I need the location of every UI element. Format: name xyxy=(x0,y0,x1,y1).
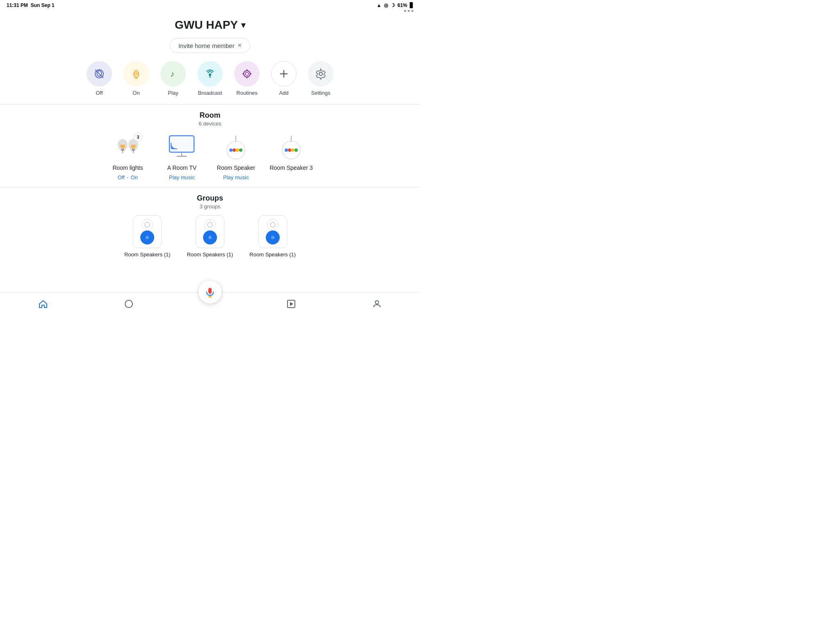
add-icon xyxy=(278,68,290,80)
lights-off-link[interactable]: Off xyxy=(118,174,125,180)
routines-label: Routines xyxy=(236,90,257,96)
broadcast-icon xyxy=(204,68,216,80)
nav-home[interactable] xyxy=(28,296,58,312)
add-label: Add xyxy=(279,90,288,96)
svg-point-38 xyxy=(291,148,294,152)
svg-marker-52 xyxy=(290,302,293,306)
groups-section: Groups 3 groups Room Speakers (1) xyxy=(0,194,420,258)
svg-point-36 xyxy=(285,148,288,152)
group3-small-speaker xyxy=(267,219,278,231)
action-off[interactable]: Off xyxy=(87,61,112,96)
svg-marker-50 xyxy=(127,302,130,306)
nav-account[interactable] xyxy=(362,296,392,312)
speaker3-name: Room Speaker 3 xyxy=(269,164,313,171)
nav-media-btn[interactable] xyxy=(276,296,306,312)
main-speaker2-icon xyxy=(205,233,215,242)
play-icon: ♪ xyxy=(167,68,179,80)
dot3 xyxy=(411,10,413,12)
group-2[interactable]: Room Speakers (1) xyxy=(187,215,233,258)
svg-text:♪: ♪ xyxy=(170,69,174,78)
routines-icon xyxy=(241,68,253,80)
group3-main-speaker xyxy=(266,231,280,244)
settings-icon xyxy=(315,68,326,80)
main-speaker-icon xyxy=(143,233,152,242)
svg-point-42 xyxy=(146,236,149,239)
status-indicators: ▲ ◎ ☽ 61% ▊ xyxy=(377,2,413,8)
lights-name: Room lights xyxy=(113,164,143,171)
tv-icon-container xyxy=(165,132,198,161)
group2-icon xyxy=(196,215,224,248)
tv-play-link[interactable]: Play music xyxy=(169,174,195,180)
tv-svg xyxy=(165,134,198,160)
svg-point-45 xyxy=(208,236,212,239)
settings-label: Settings xyxy=(311,90,331,96)
account-nav-icon xyxy=(372,299,382,309)
play-circle: ♪ xyxy=(160,61,186,87)
mic-icon xyxy=(204,286,216,298)
svg-point-49 xyxy=(125,300,132,308)
invite-container: Invite home member × xyxy=(0,38,420,53)
speaker-play-link[interactable]: Play music xyxy=(223,174,249,180)
explore-nav-icon xyxy=(124,299,134,309)
action-on[interactable]: On xyxy=(123,61,149,96)
battery-icon: ▊ xyxy=(410,2,413,8)
action-add[interactable]: Add xyxy=(271,61,297,96)
svg-point-10 xyxy=(245,72,249,75)
location-icon: ◎ xyxy=(384,2,388,8)
svg-point-33 xyxy=(239,148,242,152)
nav-explore[interactable] xyxy=(114,296,144,312)
settings-circle xyxy=(308,61,333,87)
device-room-speaker3[interactable]: Room Speaker 3 — xyxy=(269,132,313,180)
home-title[interactable]: GWU HAPY ▾ xyxy=(0,18,420,32)
speaker3-icon-container xyxy=(275,132,308,161)
svg-point-17 xyxy=(319,72,322,75)
speaker3-no-action: — xyxy=(289,174,294,180)
device-room-tv[interactable]: A Room TV Play music xyxy=(161,132,202,180)
menu-dots-container xyxy=(0,10,420,15)
divider-2 xyxy=(0,187,420,187)
home-nav-icon xyxy=(38,299,48,309)
speaker3-svg xyxy=(275,134,308,160)
group2-main-speaker xyxy=(203,231,217,244)
group1-small-speaker xyxy=(142,219,153,231)
svg-rect-19 xyxy=(121,149,124,151)
add-circle xyxy=(271,61,297,87)
device-room-lights[interactable]: 3 Room lights Off xyxy=(107,132,148,180)
lights-on-link[interactable]: On xyxy=(131,174,138,180)
svg-point-7 xyxy=(209,73,211,76)
room-title: Room xyxy=(0,111,420,120)
actions-row: Off On ♪ Play xyxy=(0,61,420,96)
off-circle xyxy=(87,61,112,87)
speaker-name: Room Speaker xyxy=(217,164,255,171)
svg-point-37 xyxy=(288,148,291,152)
group1-name: Room Speakers (1) xyxy=(124,251,171,258)
group-3[interactable]: Room Speakers (1) xyxy=(249,215,296,258)
action-broadcast[interactable]: Broadcast xyxy=(197,61,223,96)
status-time-date: 11:31 PM Sun Sep 1 xyxy=(7,2,55,8)
more-options-button[interactable] xyxy=(404,10,413,12)
device-room-speaker[interactable]: Room Speaker Play music xyxy=(215,132,256,180)
dot2 xyxy=(408,10,410,12)
moon-icon: ☽ xyxy=(390,2,395,8)
small-speaker-icon xyxy=(144,221,151,228)
action-play[interactable]: ♪ Play xyxy=(160,61,186,96)
groups-title: Groups xyxy=(0,194,420,203)
battery-percent: 61% xyxy=(397,2,407,8)
mic-fab-button[interactable] xyxy=(199,281,221,304)
speaker-svg xyxy=(219,134,252,160)
svg-rect-22 xyxy=(132,149,135,151)
group-1[interactable]: Room Speakers (1) xyxy=(124,215,171,258)
off-icon xyxy=(94,68,105,80)
svg-point-30 xyxy=(229,148,233,152)
action-settings[interactable]: Settings xyxy=(308,61,333,96)
invite-home-member-button[interactable]: Invite home member × xyxy=(170,38,250,53)
status-dot: • xyxy=(127,176,128,179)
action-routines[interactable]: Routines xyxy=(234,61,260,96)
svg-point-32 xyxy=(236,148,239,152)
svg-point-31 xyxy=(233,148,236,152)
groups-grid: Room Speakers (1) Room Speakers (1) xyxy=(0,215,420,258)
on-icon xyxy=(130,68,142,80)
small-speaker3-icon xyxy=(269,221,276,228)
invite-close-icon[interactable]: × xyxy=(238,42,242,49)
groups-header: Groups 3 groups xyxy=(0,194,420,210)
